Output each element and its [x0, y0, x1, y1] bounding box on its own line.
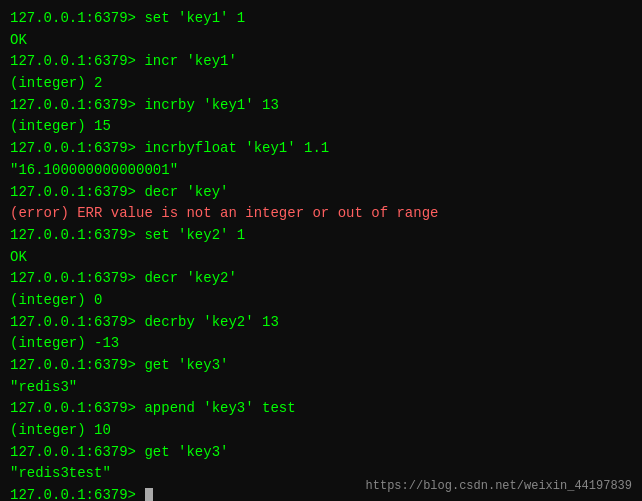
terminal-line: 127.0.0.1:6379> set 'key2' 1: [10, 225, 632, 247]
line-text: OK: [10, 32, 27, 48]
terminal-line: 127.0.0.1:6379> incrbyfloat 'key1' 1.1: [10, 138, 632, 160]
terminal-output: 127.0.0.1:6379> set 'key1' 1OK127.0.0.1:…: [10, 8, 632, 501]
line-text: OK: [10, 249, 27, 265]
terminal-line: (integer) 2: [10, 73, 632, 95]
terminal-line: "redis3": [10, 377, 632, 399]
line-text: 127.0.0.1:6379> set 'key1' 1: [10, 10, 245, 26]
line-text: 127.0.0.1:6379> decr 'key2': [10, 270, 237, 286]
terminal-line: OK: [10, 247, 632, 269]
line-text: (integer) 0: [10, 292, 102, 308]
terminal-line: 127.0.0.1:6379> decr 'key2': [10, 268, 632, 290]
terminal-line: 127.0.0.1:6379> incrby 'key1' 13: [10, 95, 632, 117]
line-text: "16.100000000000001": [10, 162, 178, 178]
prompt-text: 127.0.0.1:6379>: [10, 487, 144, 501]
line-text: 127.0.0.1:6379> decr 'key': [10, 184, 228, 200]
terminal-line: OK: [10, 30, 632, 52]
line-text: 127.0.0.1:6379> append 'key3' test: [10, 400, 296, 416]
terminal-line: (error) ERR value is not an integer or o…: [10, 203, 632, 225]
terminal-line: 127.0.0.1:6379> set 'key1' 1: [10, 8, 632, 30]
terminal-line: 127.0.0.1:6379> append 'key3' test: [10, 398, 632, 420]
terminal-cursor: [145, 488, 153, 501]
line-text: 127.0.0.1:6379> get 'key3': [10, 357, 228, 373]
terminal-line: (integer) 0: [10, 290, 632, 312]
line-text: 127.0.0.1:6379> incrby 'key1' 13: [10, 97, 279, 113]
terminal-line: 127.0.0.1:6379> incr 'key1': [10, 51, 632, 73]
line-text: 127.0.0.1:6379> set 'key2' 1: [10, 227, 245, 243]
line-text: (integer) 2: [10, 75, 102, 91]
terminal-line: 127.0.0.1:6379> get 'key3': [10, 442, 632, 464]
line-text: 127.0.0.1:6379> incr 'key1': [10, 53, 237, 69]
terminal-line: 127.0.0.1:6379> get 'key3': [10, 355, 632, 377]
terminal-line: (integer) 15: [10, 116, 632, 138]
line-text: 127.0.0.1:6379> get 'key3': [10, 444, 228, 460]
terminal-line: "16.100000000000001": [10, 160, 632, 182]
line-text: (error) ERR value is not an integer or o…: [10, 205, 438, 221]
terminal-line: (integer) -13: [10, 333, 632, 355]
terminal-line: (integer) 10: [10, 420, 632, 442]
watermark: https://blog.csdn.net/weixin_44197839: [366, 479, 632, 493]
line-text: (integer) 15: [10, 118, 111, 134]
terminal-line: 127.0.0.1:6379> decr 'key': [10, 182, 632, 204]
line-text: 127.0.0.1:6379> decrby 'key2' 13: [10, 314, 279, 330]
terminal-line: 127.0.0.1:6379> decrby 'key2' 13: [10, 312, 632, 334]
line-text: "redis3test": [10, 465, 111, 481]
line-text: 127.0.0.1:6379> incrbyfloat 'key1' 1.1: [10, 140, 329, 156]
line-text: "redis3": [10, 379, 77, 395]
terminal: 127.0.0.1:6379> set 'key1' 1OK127.0.0.1:…: [0, 0, 642, 501]
line-text: (integer) -13: [10, 335, 119, 351]
line-text: (integer) 10: [10, 422, 111, 438]
